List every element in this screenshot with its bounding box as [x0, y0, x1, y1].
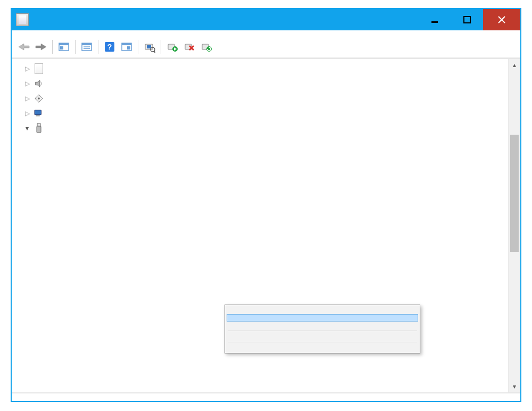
context-update-driver[interactable]: [227, 307, 418, 314]
enable-device-icon: [167, 41, 178, 53]
enable-device-button[interactable]: [164, 39, 180, 54]
tree-label: [48, 68, 52, 70]
tree-node-software-devices[interactable]: [22, 61, 508, 76]
context-separator: [228, 342, 417, 342]
context-enable[interactable]: [227, 314, 418, 322]
software-device-icon: [33, 63, 45, 75]
update-driver-icon: [201, 41, 212, 53]
help-icon: ?: [104, 41, 115, 53]
svg-rect-36: [37, 124, 40, 126]
context-scan-hardware[interactable]: [227, 333, 418, 340]
svg-rect-35: [36, 116, 40, 117]
svg-rect-10: [82, 43, 92, 45]
minimize-button[interactable]: [419, 9, 451, 30]
uninstall-device-button[interactable]: [181, 39, 197, 54]
svg-line-21: [154, 51, 155, 53]
expand-toggle[interactable]: [22, 110, 32, 117]
toolbar-separator: [75, 40, 76, 54]
window-buttons: [419, 9, 520, 30]
svg-text:?: ?: [107, 43, 112, 51]
expand-toggle[interactable]: [22, 125, 32, 131]
tree-label: [48, 127, 52, 129]
action-panel-button[interactable]: [119, 39, 135, 54]
maximize-icon: [463, 15, 471, 24]
usb-icon: [33, 122, 45, 134]
svg-marker-31: [36, 80, 40, 87]
toolbar: ?: [12, 37, 520, 59]
menu-action[interactable]: [27, 32, 35, 35]
forward-arrow-icon: [35, 42, 47, 52]
help-button[interactable]: ?: [102, 39, 118, 54]
tree-node-system[interactable]: [22, 106, 508, 121]
svg-marker-5: [36, 44, 46, 50]
tree-node-storage[interactable]: [22, 91, 508, 106]
maximize-button[interactable]: [451, 9, 483, 30]
speaker-icon: [33, 78, 45, 89]
close-icon: [497, 15, 506, 24]
menubar: [12, 30, 520, 37]
svg-rect-19: [147, 45, 151, 48]
scroll-thumb[interactable]: [510, 135, 519, 252]
svg-marker-4: [19, 44, 29, 50]
scroll-up-button[interactable]: ▴: [509, 59, 520, 71]
scan-hardware-button[interactable]: [142, 39, 157, 54]
context-separator: [228, 331, 417, 331]
uninstall-device-icon: [184, 41, 195, 53]
minimize-icon: [431, 15, 439, 24]
panel2-icon: [121, 42, 132, 52]
svg-point-33: [38, 97, 40, 100]
toolbar-separator: [161, 40, 161, 54]
menu-file[interactable]: [17, 32, 26, 35]
close-button[interactable]: [483, 9, 520, 30]
context-uninstall[interactable]: [227, 322, 418, 329]
svg-rect-37: [37, 126, 41, 133]
svg-rect-17: [127, 46, 130, 50]
tree-label: [48, 97, 52, 100]
scroll-down-button[interactable]: ▾: [509, 381, 520, 392]
svg-rect-7: [59, 43, 69, 45]
svg-rect-8: [60, 46, 63, 50]
device-manager-window: ?: [11, 8, 521, 402]
properties-panel-icon: [81, 42, 93, 52]
storage-controller-icon: [33, 93, 45, 104]
tree-label: [48, 83, 52, 85]
tree-node-usb-controllers[interactable]: [22, 121, 508, 136]
update-driver-button[interactable]: [198, 39, 214, 54]
menu-help[interactable]: [46, 32, 54, 35]
tree-node-sound[interactable]: [22, 76, 508, 91]
tree-label: [48, 112, 52, 114]
system-device-icon: [33, 108, 45, 119]
statusbar: [12, 392, 520, 401]
svg-rect-1: [464, 17, 470, 23]
back-button[interactable]: [16, 39, 32, 54]
panel-icon: [58, 42, 70, 52]
device-tree[interactable]: [12, 59, 508, 138]
toolbar-separator: [138, 40, 138, 54]
context-properties[interactable]: [227, 344, 418, 351]
menu-view[interactable]: [36, 32, 45, 35]
svg-rect-34: [35, 110, 41, 115]
toolbar-separator: [52, 40, 53, 54]
back-arrow-icon: [18, 42, 30, 52]
scan-hardware-icon: [144, 41, 155, 53]
context-menu: [225, 305, 420, 354]
show-hide-tree-button[interactable]: [56, 39, 72, 54]
svg-rect-16: [122, 43, 131, 45]
properties-button[interactable]: [79, 39, 95, 54]
expand-toggle[interactable]: [22, 80, 32, 87]
scroll-track[interactable]: [509, 71, 520, 381]
svg-rect-0: [431, 21, 438, 23]
toolbar-separator: [98, 40, 98, 54]
titlebar: [12, 9, 520, 30]
expand-toggle[interactable]: [22, 95, 32, 102]
forward-button[interactable]: [33, 39, 49, 54]
app-icon: [16, 13, 29, 26]
expand-toggle[interactable]: [22, 65, 32, 72]
vertical-scrollbar[interactable]: ▴ ▾: [509, 59, 520, 392]
